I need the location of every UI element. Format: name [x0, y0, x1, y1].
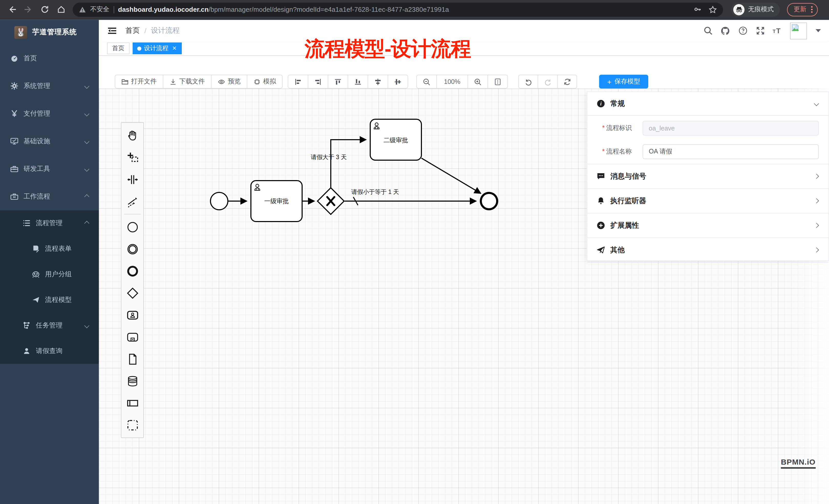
section-execution-listener[interactable]: 执行监听器 — [587, 189, 828, 214]
create-data-store[interactable] — [121, 370, 143, 392]
avatar[interactable] — [790, 22, 807, 39]
undo-button[interactable] — [518, 75, 538, 88]
create-gateway[interactable] — [121, 282, 143, 304]
restart-button[interactable] — [557, 75, 577, 88]
tab-close-icon[interactable]: ✕ — [172, 45, 177, 51]
create-subprocess[interactable] — [121, 326, 143, 348]
save-model-button[interactable]: + 保存模型 — [599, 75, 648, 88]
section-general[interactable]: i 常规 — [587, 92, 828, 116]
browser-forward-button[interactable] — [22, 3, 35, 16]
url-bar[interactable]: 不安全 dashboard.yudao.iocoder.cn/bpm/manag… — [73, 2, 723, 16]
browser-menu-icon[interactable] — [811, 6, 813, 13]
sidebar-item-user-group[interactable]: 用户分组 — [0, 262, 99, 287]
align-top-button[interactable] — [328, 75, 348, 88]
sidebar-item-task-management[interactable]: 任务管理 — [0, 313, 99, 338]
lasso-tool[interactable] — [121, 146, 143, 168]
font-size-icon[interactable]: TT — [773, 26, 783, 36]
create-data-object[interactable] — [121, 348, 143, 370]
tab-home[interactable]: 首页 — [107, 42, 130, 54]
page: 不安全 dashboard.yudao.iocoder.cn/bpm/manag… — [0, 0, 829, 504]
align-right-icon — [314, 78, 322, 86]
user-task-level2[interactable]: 二级审批 — [370, 119, 422, 160]
download-file-button[interactable]: 下载文件 — [163, 75, 212, 88]
bookmark-star-icon[interactable] — [709, 5, 717, 13]
browser-update-button[interactable]: 更新 — [787, 3, 818, 16]
sidebar-item-home[interactable]: 首页 — [0, 44, 99, 72]
sidebar-item-label: 首页 — [24, 54, 37, 63]
flow-task2-to-end[interactable] — [422, 158, 481, 193]
sidebar-item-process-form[interactable]: 流程表单 — [0, 236, 99, 262]
create-intermediate-event[interactable] — [121, 238, 143, 260]
sidebar-item-system[interactable]: 系统管理 — [0, 72, 99, 100]
app-logo[interactable]: 🐰 芋道管理系统 — [0, 20, 99, 44]
bpmn-io-logo[interactable]: BPMN.iO — [781, 458, 816, 469]
create-group[interactable] — [121, 414, 143, 436]
end-event[interactable] — [481, 193, 497, 209]
redo-button[interactable] — [538, 75, 557, 88]
palette-divider — [124, 214, 141, 215]
task-label: 一级审批 — [264, 197, 289, 204]
user-task-level1[interactable]: 一级审批 — [251, 181, 302, 222]
preview-button[interactable]: 预览 — [211, 75, 247, 88]
section-other[interactable]: 其他 — [587, 238, 828, 263]
chevron-down-icon — [814, 101, 819, 106]
fullscreen-icon[interactable] — [755, 26, 765, 36]
sidebar-item-workflow[interactable]: 工作流程 — [0, 183, 99, 210]
redo-icon — [544, 78, 552, 86]
avatar-caret-icon[interactable] — [816, 29, 821, 32]
sidebar-item-payment[interactable]: 支付管理 — [0, 100, 99, 127]
help-icon[interactable] — [738, 26, 748, 36]
sidebar-item-dev-tools[interactable]: 研发工具 — [0, 155, 99, 183]
sidebar-collapse-icon[interactable] — [107, 26, 117, 36]
tab-design-process[interactable]: 设计流程 ✕ — [133, 42, 182, 54]
browser-reload-button[interactable] — [38, 3, 51, 16]
bpmn-palette — [121, 122, 144, 438]
exclusive-gateway[interactable] — [318, 188, 344, 215]
zoom-in-button[interactable] — [468, 75, 488, 88]
sidebar-item-leave-query[interactable]: 请假查询 — [0, 338, 99, 364]
forward-icon — [24, 5, 33, 14]
align-middle-button[interactable] — [388, 75, 408, 88]
section-extended-attrs[interactable]: 扩展属性 — [587, 214, 828, 238]
process-key-input[interactable] — [643, 121, 819, 135]
simulate-button[interactable]: 模拟 — [247, 75, 283, 88]
browser-home-button[interactable] — [54, 3, 68, 16]
sidebar-item-process-management[interactable]: 流程管理 — [0, 210, 99, 236]
search-icon[interactable] — [703, 26, 713, 36]
github-icon[interactable] — [720, 26, 730, 36]
open-file-button[interactable]: 打开文件 — [115, 75, 163, 88]
align-bottom-button[interactable] — [348, 75, 368, 88]
browser-back-button[interactable] — [5, 3, 19, 16]
zoom-reset-button[interactable] — [488, 75, 508, 88]
zoom-out-button[interactable] — [416, 75, 437, 88]
header: 首页 / 设计流程 TT — [99, 20, 829, 41]
create-participant[interactable] — [121, 392, 143, 414]
align-right-button[interactable] — [308, 75, 328, 88]
create-end-event[interactable] — [121, 260, 143, 282]
robot-face-icon — [32, 270, 40, 278]
start-event[interactable] — [211, 192, 228, 210]
process-name-input[interactable] — [643, 144, 819, 159]
global-connect-tool[interactable] — [121, 190, 143, 212]
password-key-icon[interactable] — [693, 5, 701, 13]
sidebar-item-infrastructure[interactable]: 基础设施 — [0, 127, 99, 155]
task-label: 二级审批 — [384, 137, 408, 144]
chevron-down-icon — [84, 166, 89, 171]
sidebar-item-process-model[interactable]: 流程模型 — [0, 287, 99, 313]
tree-icon — [23, 321, 31, 329]
hand-tool[interactable] — [121, 124, 143, 146]
briefcase-icon — [10, 192, 19, 201]
space-tool[interactable] — [121, 168, 143, 190]
breadcrumb-home[interactable]: 首页 — [125, 26, 140, 35]
svg-text:T: T — [776, 27, 781, 35]
align-center-button[interactable] — [368, 75, 388, 88]
create-start-event[interactable] — [121, 216, 143, 238]
section-message-signal[interactable]: 消息与信号 — [587, 164, 828, 189]
align-left-button[interactable] — [288, 75, 308, 88]
flow-label-gt3[interactable]: 请假大于 3 天 — [311, 154, 347, 160]
bpmn-designer: 打开文件 下载文件 预览 模拟 — [99, 56, 829, 504]
flow-gateway-to-task2[interactable] — [331, 140, 366, 188]
url-domain: dashboard.yudao.iocoder.cn — [118, 6, 209, 13]
create-user-task[interactable] — [121, 304, 143, 326]
flow-label-le1[interactable]: 请假小于等于 1 天 — [351, 189, 399, 195]
